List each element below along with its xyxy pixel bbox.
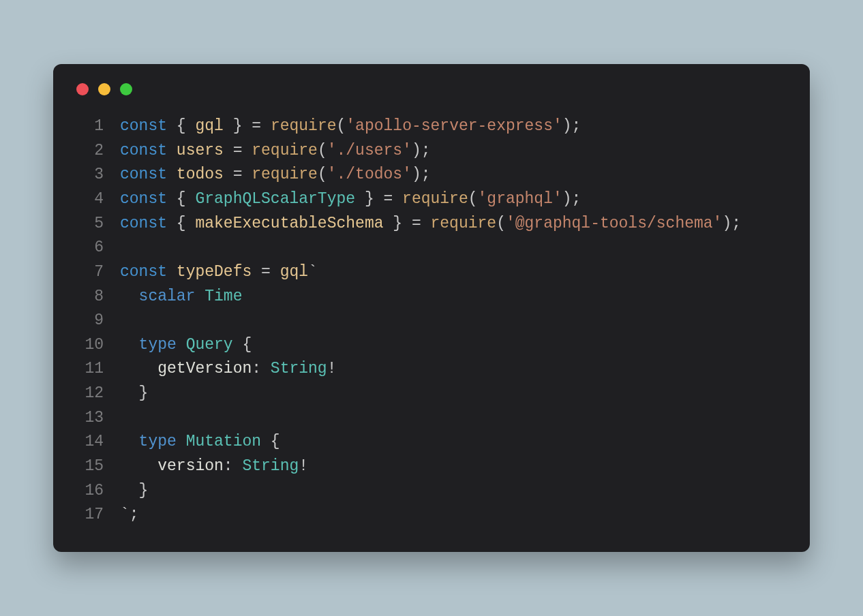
code-content: }	[120, 382, 148, 406]
code-line: 10 type Query {	[74, 333, 789, 358]
line-number: 6	[74, 236, 104, 260]
line-number: 1	[74, 114, 104, 139]
token-punct: }	[120, 384, 148, 402]
token-kw: const	[120, 142, 167, 159]
code-content: }	[120, 479, 148, 504]
minimize-icon[interactable]	[98, 83, 110, 95]
token-str: 'graphql'	[478, 190, 562, 208]
token-punct: :	[252, 360, 271, 378]
token-punct	[120, 288, 139, 305]
code-line: 14 type Mutation {	[74, 430, 789, 455]
token-type: String	[242, 457, 299, 475]
token-str: 'apollo-server-express'	[346, 117, 562, 135]
token-type: String	[271, 360, 327, 378]
token-punct: );	[562, 117, 581, 135]
token-punct: `	[308, 263, 318, 281]
token-kw: const	[120, 215, 167, 232]
token-fn: require	[271, 117, 337, 135]
line-number: 16	[74, 479, 104, 504]
token-punct: (	[496, 215, 506, 232]
code-line: 11 getVersion: String!	[74, 357, 789, 382]
line-number: 9	[74, 309, 104, 333]
token-type: Time	[205, 288, 242, 305]
token-kw: const	[120, 166, 167, 183]
token-punct	[177, 433, 186, 450]
token-class: GraphQLScalarType	[195, 190, 355, 208]
code-window: 1const { gql } = require('apollo-server-…	[53, 64, 810, 552]
token-fn: require	[431, 215, 497, 232]
maximize-icon[interactable]	[120, 83, 132, 95]
token-punct: !	[299, 457, 308, 475]
token-field: version	[157, 457, 224, 475]
token-punct: =	[252, 263, 279, 281]
token-punct: {	[167, 215, 195, 232]
token-str: './todos'	[327, 166, 412, 183]
code-content: getVersion: String!	[120, 357, 337, 382]
line-number: 2	[74, 139, 104, 164]
close-icon[interactable]	[76, 83, 89, 95]
code-line: 3const todos = require('./todos');	[74, 163, 789, 187]
token-punct: } =	[383, 215, 430, 232]
token-fn: require	[402, 190, 468, 208]
code-line: 15 version: String!	[74, 455, 789, 479]
token-punct: (	[337, 117, 346, 135]
code-content: const typeDefs = gql`	[120, 260, 318, 285]
window-titlebar	[74, 83, 789, 95]
code-line: 16 }	[74, 479, 789, 504]
code-area[interactable]: 1const { gql } = require('apollo-server-…	[74, 114, 789, 527]
code-content: const { GraphQLScalarType } = require('g…	[120, 187, 581, 212]
line-number: 12	[74, 382, 104, 406]
line-number: 15	[74, 455, 104, 479]
token-ident: users	[177, 142, 224, 159]
code-content: type Query {	[120, 333, 252, 358]
code-line: 13	[74, 406, 789, 431]
token-ident: gql	[195, 117, 223, 135]
token-punct: =	[224, 166, 252, 183]
token-punct: } =	[355, 190, 402, 208]
token-punct: `;	[120, 506, 139, 523]
token-str: '@graphql-tools/schema'	[506, 215, 722, 232]
token-ident: makeExecutableSchema	[195, 215, 383, 232]
line-number: 4	[74, 187, 104, 212]
token-type: Query	[186, 336, 233, 354]
token-ident: typeDefs	[177, 263, 252, 281]
token-punct: );	[412, 142, 431, 159]
token-punct	[120, 360, 157, 378]
token-punct	[177, 336, 186, 354]
token-punct	[167, 263, 177, 281]
token-punct: );	[722, 215, 741, 232]
token-str: './users'	[327, 142, 412, 159]
token-kw: const	[120, 263, 167, 281]
token-punct: } =	[224, 117, 271, 135]
token-punct: :	[224, 457, 243, 475]
token-punct	[120, 336, 139, 354]
token-punct: {	[261, 433, 280, 450]
token-punct: !	[327, 360, 337, 378]
code-content: const { gql } = require('apollo-server-e…	[120, 114, 581, 139]
token-punct: }	[120, 482, 148, 499]
token-punct: );	[412, 166, 431, 183]
token-punct: {	[167, 117, 195, 135]
token-punct: (	[318, 166, 327, 183]
token-fn: require	[252, 166, 318, 183]
code-content: const todos = require('./todos');	[120, 163, 431, 187]
token-punct: (	[468, 190, 478, 208]
line-number: 7	[74, 260, 104, 285]
token-punct: =	[224, 142, 252, 159]
token-gqlkw: scalar	[139, 288, 196, 305]
token-type: Mutation	[186, 433, 261, 450]
token-punct: );	[562, 190, 581, 208]
token-punct: {	[233, 336, 252, 354]
code-line: 8 scalar Time	[74, 285, 789, 309]
token-punct	[120, 457, 157, 475]
code-line: 17`;	[74, 503, 789, 527]
token-punct: {	[167, 190, 195, 208]
token-ident: gql	[280, 263, 308, 281]
code-content: const users = require('./users');	[120, 139, 431, 164]
token-fn: require	[252, 142, 318, 159]
token-field: getVersion	[157, 360, 252, 378]
token-ident: todos	[177, 166, 224, 183]
code-line: 1const { gql } = require('apollo-server-…	[74, 114, 789, 139]
line-number: 11	[74, 357, 104, 382]
code-line: 6	[74, 236, 789, 260]
